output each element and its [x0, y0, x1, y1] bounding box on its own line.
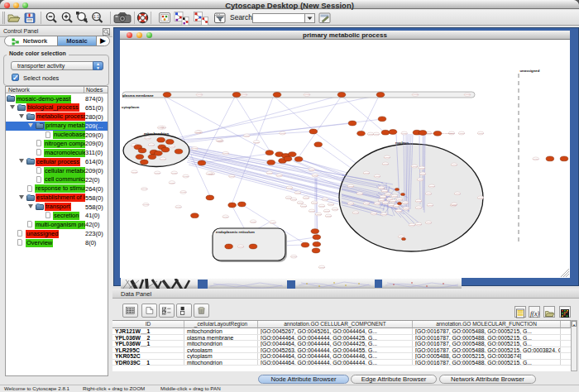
svg-text:Yxx00x: Yxx00x — [417, 179, 424, 181]
svg-text:Yxx00x: Yxx00x — [374, 203, 381, 205]
svg-text:Yxx00x: Yxx00x — [237, 246, 245, 248]
svg-text:Yxx00x: Yxx00x — [391, 195, 399, 198]
svg-text:Yxx00x: Yxx00x — [356, 193, 364, 195]
svg-text:Yxx00x: Yxx00x — [318, 205, 326, 208]
svg-text:Yxx00x: Yxx00x — [384, 156, 391, 159]
svg-text:Yxx00x: Yxx00x — [415, 200, 423, 203]
svg-text:Yxx00x: Yxx00x — [332, 208, 339, 211]
svg-text:Yxx00x: Yxx00x — [402, 202, 409, 204]
svg-text:Yxx00x: Yxx00x — [322, 198, 329, 201]
svg-text:Yxx00x: Yxx00x — [533, 158, 540, 160]
svg-text:Yxx00x: Yxx00x — [323, 210, 331, 213]
svg-text:Yxx00x: Yxx00x — [132, 171, 139, 174]
svg-text:Yxx00x: Yxx00x — [347, 185, 355, 188]
svg-text:Yxx00x: Yxx00x — [160, 158, 167, 160]
svg-text:Yxx00x: Yxx00x — [145, 137, 152, 140]
svg-text:Yxx00x: Yxx00x — [191, 147, 199, 150]
svg-text:Yxx00x: Yxx00x — [154, 172, 161, 174]
svg-text:Yxx00x: Yxx00x — [409, 224, 416, 227]
svg-text:Yxx00x: Yxx00x — [280, 132, 287, 135]
svg-text:Yxx00x: Yxx00x — [196, 93, 203, 96]
svg-text:Yxx00x: Yxx00x — [451, 164, 458, 166]
svg-text:Yxx00x: Yxx00x — [415, 223, 423, 226]
svg-text:Yxx00x: Yxx00x — [451, 203, 458, 206]
svg-text:Yxx00x: Yxx00x — [427, 204, 434, 207]
svg-text:Yxx00x: Yxx00x — [297, 202, 304, 204]
svg-text:Yxx00x: Yxx00x — [378, 199, 385, 202]
svg-text:Yxx00x: Yxx00x — [380, 213, 388, 216]
svg-text:Yxx00x: Yxx00x — [148, 144, 156, 146]
svg-text:Yxx00x: Yxx00x — [381, 190, 389, 193]
svg-text:Yxx00x: Yxx00x — [171, 172, 179, 174]
svg-text:Yxx00x: Yxx00x — [142, 203, 150, 206]
svg-text:Yxx00x: Yxx00x — [428, 185, 436, 188]
svg-text:endoplasmic reticulum: endoplasmic reticulum — [216, 230, 255, 234]
svg-text:Yxx00x: Yxx00x — [396, 198, 404, 201]
svg-text:Yxx00x: Yxx00x — [223, 216, 230, 218]
svg-text:Yxx00x: Yxx00x — [395, 210, 403, 213]
svg-text:Yxx00x: Yxx00x — [401, 132, 409, 135]
svg-text:Yxx00x: Yxx00x — [206, 173, 213, 175]
svg-text:Yxx00x: Yxx00x — [180, 191, 188, 194]
svg-text:Yxx00x: Yxx00x — [363, 203, 371, 205]
svg-text:Yxx00x: Yxx00x — [183, 175, 190, 178]
svg-text:cytoplasm: cytoplasm — [122, 105, 139, 109]
svg-text:Yxx00x: Yxx00x — [374, 175, 381, 178]
svg-text:Yxx00x: Yxx00x — [347, 203, 355, 205]
svg-text:plasma membrane: plasma membrane — [122, 93, 154, 98]
svg-text:nucleus: nucleus — [395, 141, 409, 145]
svg-text:Yxx00x: Yxx00x — [286, 187, 294, 189]
svg-text:Yxx00x: Yxx00x — [454, 193, 462, 195]
svg-text:Yxx00x: Yxx00x — [311, 202, 318, 204]
svg-text:f(x): f(x) — [530, 310, 539, 318]
svg-text:Yxx00x: Yxx00x — [309, 210, 316, 213]
svg-text:Search:: Search: — [230, 13, 254, 22]
svg-text:Yxx00x: Yxx00x — [419, 167, 426, 170]
svg-text:Yxx00x: Yxx00x — [303, 197, 310, 199]
svg-text:mitochondrion: mitochondrion — [144, 131, 169, 136]
svg-text:Yxx00x: Yxx00x — [378, 187, 385, 189]
svg-text:Yxx00x: Yxx00x — [315, 213, 323, 216]
svg-text:Yxx00x: Yxx00x — [325, 215, 333, 218]
svg-text:Yxx00x: Yxx00x — [393, 205, 400, 208]
svg-text:Yxx00x: Yxx00x — [373, 133, 380, 136]
svg-text:unassigned: unassigned — [520, 69, 540, 73]
svg-text:Yxx00x: Yxx00x — [290, 256, 298, 258]
svg-text:Yxx00x: Yxx00x — [425, 193, 433, 195]
svg-text:Yxx00x: Yxx00x — [309, 169, 316, 171]
svg-text:Yxx00x: Yxx00x — [352, 212, 360, 214]
svg-text:Yxx00x: Yxx00x — [169, 146, 176, 148]
svg-text:Yxx00x: Yxx00x — [415, 207, 423, 209]
svg-text:Yxx00x: Yxx00x — [243, 135, 251, 137]
svg-text:Yxx00x: Yxx00x — [216, 140, 223, 142]
svg-text:Yxx00x: Yxx00x — [382, 163, 390, 165]
svg-text:Yxx00x: Yxx00x — [464, 93, 471, 96]
svg-text:Yxx00x: Yxx00x — [403, 208, 410, 210]
svg-text:Yxx00x: Yxx00x — [266, 172, 274, 174]
svg-text:Yxx00x: Yxx00x — [294, 192, 302, 194]
svg-text:Yxx00x: Yxx00x — [304, 93, 311, 96]
svg-text:Yxx00x: Yxx00x — [228, 175, 236, 178]
svg-text:Yxx00x: Yxx00x — [141, 188, 149, 190]
svg-text:Yxx00x: Yxx00x — [318, 266, 326, 269]
svg-text:Yxx00x: Yxx00x — [412, 93, 419, 96]
svg-text:Yxx00x: Yxx00x — [250, 221, 257, 223]
svg-text:Yxx00x: Yxx00x — [270, 222, 277, 224]
svg-text:Yxx00x: Yxx00x — [363, 172, 371, 174]
svg-text:Yxx00x: Yxx00x — [477, 132, 485, 135]
svg-text:Yxx00x: Yxx00x — [371, 213, 378, 215]
svg-text:Yxx00x: Yxx00x — [312, 174, 319, 177]
svg-text:Yxx00x: Yxx00x — [411, 165, 419, 168]
svg-text:Yxx00x: Yxx00x — [175, 206, 183, 208]
svg-text:1:1: 1:1 — [93, 14, 99, 19]
svg-text:Yxx00x: Yxx00x — [290, 198, 298, 201]
svg-text:Yxx00x: Yxx00x — [458, 132, 466, 135]
svg-text:Yxx00x: Yxx00x — [223, 152, 230, 155]
svg-text:Yxx00x: Yxx00x — [276, 174, 284, 177]
svg-text:Yxx00x: Yxx00x — [169, 182, 176, 184]
svg-text:Yxx00x: Yxx00x — [253, 141, 261, 144]
svg-text:Yxx00x: Yxx00x — [477, 197, 485, 199]
svg-text:Yxx00x: Yxx00x — [194, 131, 202, 134]
svg-text:Yxx00x: Yxx00x — [241, 93, 248, 96]
svg-text:Yxx00x: Yxx00x — [419, 173, 427, 175]
